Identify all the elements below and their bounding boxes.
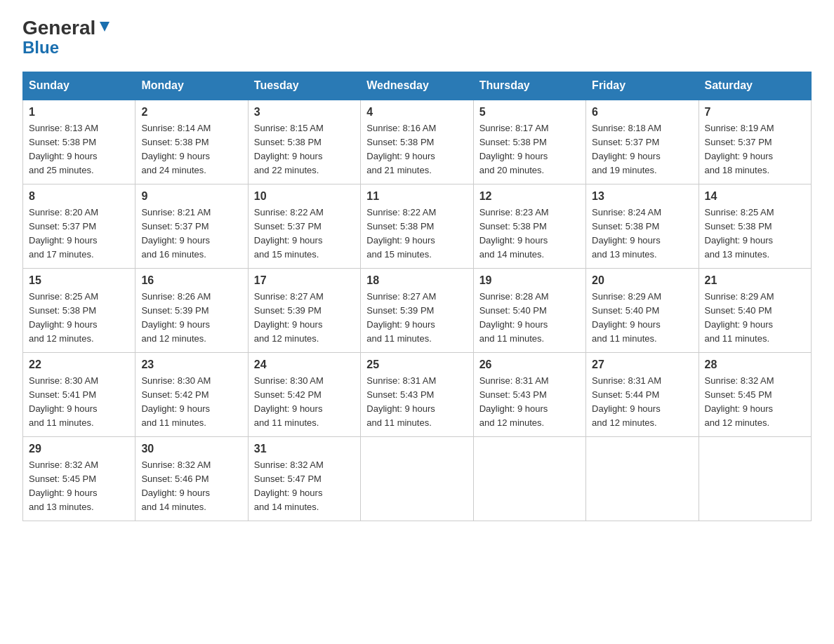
day-info: Sunrise: 8:13 AM Sunset: 5:38 PM Dayligh… xyxy=(29,121,129,178)
day-info: Sunrise: 8:32 AM Sunset: 5:45 PM Dayligh… xyxy=(705,374,805,431)
calendar-cell: 10 Sunrise: 8:22 AM Sunset: 5:37 PM Dayl… xyxy=(248,184,360,268)
day-info: Sunrise: 8:26 AM Sunset: 5:39 PM Dayligh… xyxy=(141,290,241,347)
day-number: 29 xyxy=(29,443,129,455)
day-number: 10 xyxy=(254,190,355,203)
day-info: Sunrise: 8:31 AM Sunset: 5:43 PM Dayligh… xyxy=(366,374,467,431)
calendar-table: SundayMondayTuesdayWednesdayThursdayFrid… xyxy=(22,72,812,521)
calendar-header-row: SundayMondayTuesdayWednesdayThursdayFrid… xyxy=(23,72,812,100)
day-info: Sunrise: 8:19 AM Sunset: 5:37 PM Dayligh… xyxy=(705,121,805,178)
day-info: Sunrise: 8:30 AM Sunset: 5:42 PM Dayligh… xyxy=(141,374,241,431)
day-info: Sunrise: 8:30 AM Sunset: 5:41 PM Dayligh… xyxy=(29,374,129,431)
day-number: 20 xyxy=(592,274,692,287)
day-number: 24 xyxy=(254,358,355,371)
column-header-sunday: Sunday xyxy=(23,72,135,100)
day-info: Sunrise: 8:31 AM Sunset: 5:44 PM Dayligh… xyxy=(592,374,692,431)
day-number: 11 xyxy=(366,190,467,203)
day-number: 6 xyxy=(592,106,692,119)
day-info: Sunrise: 8:32 AM Sunset: 5:45 PM Dayligh… xyxy=(29,458,129,515)
calendar-cell: 1 Sunrise: 8:13 AM Sunset: 5:38 PM Dayli… xyxy=(23,100,135,184)
day-number: 21 xyxy=(705,274,805,287)
logo-blue-text: Blue xyxy=(22,38,59,58)
day-info: Sunrise: 8:15 AM Sunset: 5:38 PM Dayligh… xyxy=(254,121,355,178)
day-number: 18 xyxy=(366,274,467,287)
logo-text-block: General Blue xyxy=(22,17,112,58)
day-info: Sunrise: 8:28 AM Sunset: 5:40 PM Dayligh… xyxy=(479,290,580,347)
calendar-cell: 13 Sunrise: 8:24 AM Sunset: 5:38 PM Dayl… xyxy=(586,184,699,268)
day-number: 25 xyxy=(366,358,467,371)
calendar-cell xyxy=(586,436,699,521)
column-header-monday: Monday xyxy=(135,72,248,100)
calendar-cell xyxy=(361,436,473,521)
logo: General Blue xyxy=(22,17,112,58)
calendar-week-row: 22 Sunrise: 8:30 AM Sunset: 5:41 PM Dayl… xyxy=(23,352,812,436)
calendar-cell: 29 Sunrise: 8:32 AM Sunset: 5:45 PM Dayl… xyxy=(23,436,135,521)
day-info: Sunrise: 8:24 AM Sunset: 5:38 PM Dayligh… xyxy=(592,206,692,262)
day-info: Sunrise: 8:16 AM Sunset: 5:38 PM Dayligh… xyxy=(366,121,467,178)
calendar-cell: 16 Sunrise: 8:26 AM Sunset: 5:39 PM Dayl… xyxy=(135,268,248,352)
calendar-cell: 5 Sunrise: 8:17 AM Sunset: 5:38 PM Dayli… xyxy=(473,100,585,184)
calendar-cell: 30 Sunrise: 8:32 AM Sunset: 5:46 PM Dayl… xyxy=(135,436,248,521)
day-number: 23 xyxy=(141,358,241,371)
column-header-thursday: Thursday xyxy=(473,72,585,100)
logo-arrow-icon xyxy=(97,19,112,34)
day-info: Sunrise: 8:25 AM Sunset: 5:38 PM Dayligh… xyxy=(29,290,129,347)
day-info: Sunrise: 8:21 AM Sunset: 5:37 PM Dayligh… xyxy=(141,206,241,262)
calendar-cell: 6 Sunrise: 8:18 AM Sunset: 5:37 PM Dayli… xyxy=(586,100,699,184)
day-info: Sunrise: 8:31 AM Sunset: 5:43 PM Dayligh… xyxy=(479,374,580,431)
calendar-cell: 7 Sunrise: 8:19 AM Sunset: 5:37 PM Dayli… xyxy=(699,100,811,184)
day-number: 30 xyxy=(141,443,241,455)
calendar-cell xyxy=(699,436,811,521)
calendar-cell: 22 Sunrise: 8:30 AM Sunset: 5:41 PM Dayl… xyxy=(23,352,135,436)
calendar-cell: 12 Sunrise: 8:23 AM Sunset: 5:38 PM Dayl… xyxy=(473,184,585,268)
day-number: 28 xyxy=(705,358,805,371)
day-info: Sunrise: 8:20 AM Sunset: 5:37 PM Dayligh… xyxy=(29,206,129,262)
calendar-cell: 3 Sunrise: 8:15 AM Sunset: 5:38 PM Dayli… xyxy=(248,100,360,184)
page-header: General Blue xyxy=(22,17,812,58)
day-number: 31 xyxy=(254,443,355,455)
day-number: 1 xyxy=(29,106,129,119)
calendar-cell: 2 Sunrise: 8:14 AM Sunset: 5:38 PM Dayli… xyxy=(135,100,248,184)
column-header-saturday: Saturday xyxy=(699,72,811,100)
day-info: Sunrise: 8:23 AM Sunset: 5:38 PM Dayligh… xyxy=(479,206,580,262)
day-info: Sunrise: 8:32 AM Sunset: 5:46 PM Dayligh… xyxy=(141,458,241,515)
calendar-cell: 14 Sunrise: 8:25 AM Sunset: 5:38 PM Dayl… xyxy=(699,184,811,268)
day-info: Sunrise: 8:18 AM Sunset: 5:37 PM Dayligh… xyxy=(592,121,692,178)
day-number: 12 xyxy=(479,190,580,203)
calendar-cell: 20 Sunrise: 8:29 AM Sunset: 5:40 PM Dayl… xyxy=(586,268,699,352)
day-info: Sunrise: 8:29 AM Sunset: 5:40 PM Dayligh… xyxy=(592,290,692,347)
day-info: Sunrise: 8:25 AM Sunset: 5:38 PM Dayligh… xyxy=(705,206,805,262)
day-number: 13 xyxy=(592,190,692,203)
day-number: 7 xyxy=(705,106,805,119)
day-number: 17 xyxy=(254,274,355,287)
calendar-cell xyxy=(473,436,585,521)
day-info: Sunrise: 8:22 AM Sunset: 5:38 PM Dayligh… xyxy=(366,206,467,262)
svg-marker-0 xyxy=(100,22,110,32)
day-number: 16 xyxy=(141,274,241,287)
calendar-cell: 28 Sunrise: 8:32 AM Sunset: 5:45 PM Dayl… xyxy=(699,352,811,436)
calendar-cell: 17 Sunrise: 8:27 AM Sunset: 5:39 PM Dayl… xyxy=(248,268,360,352)
day-info: Sunrise: 8:14 AM Sunset: 5:38 PM Dayligh… xyxy=(141,121,241,178)
day-info: Sunrise: 8:32 AM Sunset: 5:47 PM Dayligh… xyxy=(254,458,355,515)
calendar-cell: 31 Sunrise: 8:32 AM Sunset: 5:47 PM Dayl… xyxy=(248,436,360,521)
calendar-cell: 8 Sunrise: 8:20 AM Sunset: 5:37 PM Dayli… xyxy=(23,184,135,268)
day-number: 19 xyxy=(479,274,580,287)
day-number: 26 xyxy=(479,358,580,371)
day-number: 15 xyxy=(29,274,129,287)
logo-first-line: General xyxy=(22,17,112,39)
day-number: 8 xyxy=(29,190,129,203)
calendar-cell: 24 Sunrise: 8:30 AM Sunset: 5:42 PM Dayl… xyxy=(248,352,360,436)
day-info: Sunrise: 8:27 AM Sunset: 5:39 PM Dayligh… xyxy=(254,290,355,347)
calendar-cell: 27 Sunrise: 8:31 AM Sunset: 5:44 PM Dayl… xyxy=(586,352,699,436)
calendar-cell: 4 Sunrise: 8:16 AM Sunset: 5:38 PM Dayli… xyxy=(361,100,473,184)
day-number: 4 xyxy=(366,106,467,119)
calendar-cell: 18 Sunrise: 8:27 AM Sunset: 5:39 PM Dayl… xyxy=(361,268,473,352)
calendar-cell: 26 Sunrise: 8:31 AM Sunset: 5:43 PM Dayl… xyxy=(473,352,585,436)
day-info: Sunrise: 8:30 AM Sunset: 5:42 PM Dayligh… xyxy=(254,374,355,431)
day-info: Sunrise: 8:27 AM Sunset: 5:39 PM Dayligh… xyxy=(366,290,467,347)
calendar-week-row: 8 Sunrise: 8:20 AM Sunset: 5:37 PM Dayli… xyxy=(23,184,812,268)
calendar-cell: 11 Sunrise: 8:22 AM Sunset: 5:38 PM Dayl… xyxy=(361,184,473,268)
day-info: Sunrise: 8:17 AM Sunset: 5:38 PM Dayligh… xyxy=(479,121,580,178)
day-number: 22 xyxy=(29,358,129,371)
calendar-cell: 21 Sunrise: 8:29 AM Sunset: 5:40 PM Dayl… xyxy=(699,268,811,352)
calendar-week-row: 15 Sunrise: 8:25 AM Sunset: 5:38 PM Dayl… xyxy=(23,268,812,352)
